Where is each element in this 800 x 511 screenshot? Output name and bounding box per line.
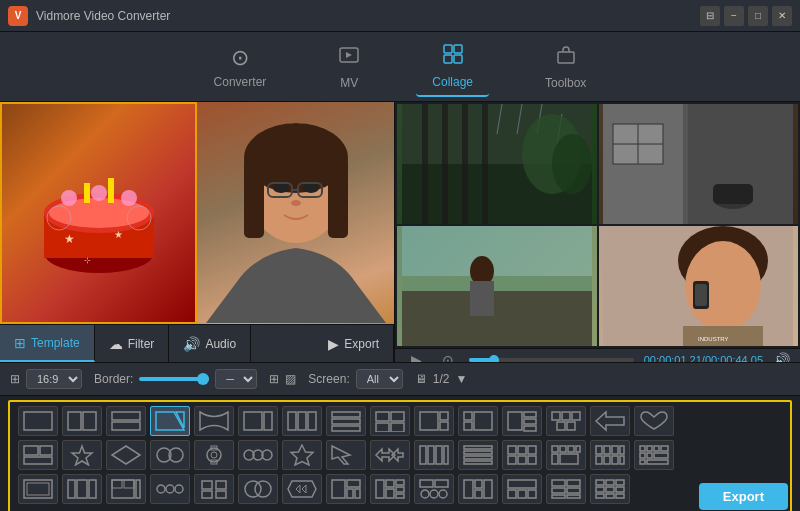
- border-style-select[interactable]: ─: [215, 369, 257, 389]
- mv-label: MV: [340, 76, 358, 90]
- svg-rect-193: [508, 490, 516, 498]
- screen-label: Screen:: [308, 372, 349, 386]
- template-item-35[interactable]: [194, 474, 234, 504]
- template-item-25[interactable]: [414, 440, 454, 470]
- template-item-27[interactable]: [502, 440, 542, 470]
- svg-rect-155: [77, 480, 87, 498]
- svg-rect-157: [112, 480, 134, 498]
- svg-point-25: [303, 183, 319, 193]
- svg-point-11: [91, 185, 107, 201]
- tab-collage[interactable]: Collage: [416, 37, 489, 97]
- maximize-button[interactable]: □: [748, 6, 768, 26]
- template-item-11[interactable]: [458, 406, 498, 436]
- svg-rect-208: [596, 494, 604, 498]
- minimize-button[interactable]: −: [724, 6, 744, 26]
- svg-rect-95: [567, 422, 575, 430]
- template-item-18[interactable]: [106, 440, 146, 470]
- template-item-28[interactable]: [546, 440, 586, 470]
- template-btn[interactable]: ⊞ Template: [0, 325, 95, 362]
- screen-select[interactable]: All 1 2: [356, 369, 403, 389]
- monitor-icon: 🖥: [415, 372, 427, 386]
- svg-rect-203: [606, 480, 614, 485]
- page-group: 🖥 1/2 ▼: [415, 372, 468, 386]
- svg-rect-14: [108, 178, 114, 203]
- template-item-33[interactable]: [106, 474, 146, 504]
- template-item-15[interactable]: [634, 406, 674, 436]
- template-item-42[interactable]: [502, 474, 542, 504]
- layout-icons-group: ⊞ ▨: [269, 372, 296, 386]
- template-item-19[interactable]: [150, 440, 190, 470]
- svg-rect-176: [355, 489, 360, 498]
- filter-btn[interactable]: ☁ Filter: [95, 325, 170, 362]
- svg-point-162: [166, 485, 174, 493]
- template-item-3[interactable]: [106, 406, 146, 436]
- left-preview-area: ★ ★ ⊹: [0, 102, 394, 324]
- tab-toolbox[interactable]: Toolbox: [529, 38, 602, 96]
- svg-rect-134: [560, 454, 578, 464]
- template-item-41[interactable]: [458, 474, 498, 504]
- template-item-31[interactable]: [18, 474, 58, 504]
- template-item-21[interactable]: [238, 440, 278, 470]
- grid-icon[interactable]: ⊞: [269, 372, 279, 386]
- svg-marker-68: [176, 412, 184, 428]
- filter-icon: ☁: [109, 336, 123, 352]
- template-item-36[interactable]: [238, 474, 278, 504]
- screen-group: Screen: All 1 2: [308, 369, 402, 389]
- svg-rect-190: [484, 480, 492, 498]
- template-item-9[interactable]: [370, 406, 410, 436]
- template-item-40[interactable]: [414, 474, 454, 504]
- svg-rect-117: [436, 446, 442, 464]
- help-button[interactable]: ⊟: [700, 6, 720, 26]
- template-item-10[interactable]: [414, 406, 454, 436]
- right-cell-3: [397, 226, 597, 346]
- diagonal-icon[interactable]: ▨: [285, 372, 296, 386]
- svg-rect-182: [396, 494, 404, 498]
- template-item-4[interactable]: [150, 406, 190, 436]
- svg-rect-98: [24, 457, 52, 464]
- template-item-14[interactable]: [590, 406, 630, 436]
- aspect-select[interactable]: 16:9 4:3 1:1: [26, 369, 82, 389]
- right-preview-panel: INDUSTRY ▶ ⊙ 00:00:01.21/00:00:44.05 🔊: [395, 102, 800, 362]
- close-button[interactable]: ✕: [772, 6, 792, 26]
- template-item-37[interactable]: [282, 474, 322, 504]
- page-arrow[interactable]: ▼: [455, 372, 467, 386]
- export-left-btn[interactable]: ▶ Export: [314, 325, 394, 362]
- template-item-26[interactable]: [458, 440, 498, 470]
- template-item-13[interactable]: [546, 406, 586, 436]
- template-item-44[interactable]: [590, 474, 630, 504]
- audio-btn[interactable]: 🔊 Audio: [169, 325, 251, 362]
- svg-rect-204: [616, 480, 624, 485]
- template-item-22[interactable]: [282, 440, 322, 470]
- export-button[interactable]: Export: [699, 483, 788, 510]
- template-item-2[interactable]: [62, 406, 102, 436]
- template-item-20[interactable]: [194, 440, 234, 470]
- template-item-23[interactable]: [326, 440, 366, 470]
- template-item-38[interactable]: [326, 474, 366, 504]
- template-item-12[interactable]: [502, 406, 542, 436]
- template-item-39[interactable]: [370, 474, 410, 504]
- template-item-5[interactable]: [194, 406, 234, 436]
- template-item-6[interactable]: [238, 406, 278, 436]
- svg-rect-22: [244, 158, 264, 238]
- template-item-30[interactable]: [634, 440, 674, 470]
- template-item-16[interactable]: [18, 440, 58, 470]
- svg-rect-154: [68, 480, 75, 498]
- template-item-8[interactable]: [326, 406, 366, 436]
- svg-rect-192: [508, 480, 536, 488]
- template-row-1: [18, 406, 782, 436]
- svg-rect-140: [604, 456, 610, 464]
- svg-rect-123: [508, 446, 516, 454]
- border-slider[interactable]: [139, 377, 209, 381]
- template-item-29[interactable]: [590, 440, 630, 470]
- svg-rect-139: [596, 456, 602, 464]
- template-item-24[interactable]: [370, 440, 410, 470]
- svg-marker-114: [392, 449, 403, 461]
- template-item-34[interactable]: [150, 474, 190, 504]
- tab-converter[interactable]: ⊙ Converter: [198, 39, 283, 95]
- template-item-1[interactable]: [18, 406, 58, 436]
- template-item-17[interactable]: [62, 440, 102, 470]
- template-item-32[interactable]: [62, 474, 102, 504]
- tab-mv[interactable]: MV: [322, 38, 376, 96]
- template-item-7[interactable]: [282, 406, 322, 436]
- template-item-43[interactable]: [546, 474, 586, 504]
